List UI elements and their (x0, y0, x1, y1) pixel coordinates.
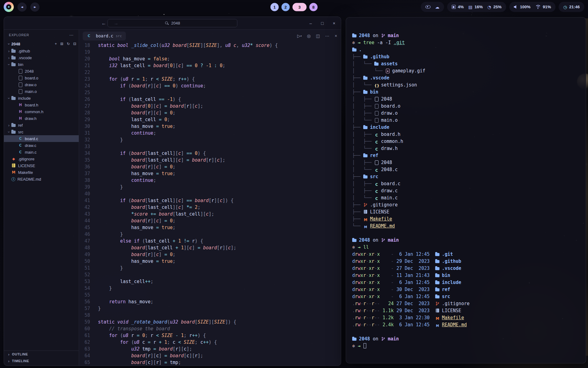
permission-char: r (363, 251, 366, 257)
permission-char: r (371, 251, 374, 257)
tree-connector: │ ├── (352, 96, 374, 102)
code-token: false (153, 56, 167, 62)
explorer-item-draw.o[interactable]: draw.o (4, 81, 79, 88)
explorer-item-draw.h[interactable]: Hdraw.h (4, 115, 79, 122)
volume-module[interactable]: 100% (514, 5, 531, 9)
collapse-all-button[interactable]: ⊟ (73, 42, 76, 46)
tree-entry-name: main.o (381, 117, 398, 123)
code-line: 63 u32 tmp = board[r][c]; (79, 346, 341, 352)
run-button[interactable]: ▷▾ (297, 33, 302, 38)
code-token: r (153, 339, 159, 345)
timeline-section[interactable]: › TIMELINE (4, 358, 79, 364)
code-token: = (164, 103, 170, 109)
code-token: _slide_col (131, 43, 159, 48)
wifi-module[interactable]: 91% (535, 5, 551, 9)
space (355, 244, 358, 250)
workspace-pill-1[interactable]: 1 (270, 3, 279, 11)
explorer-more-button[interactable]: ⋯ (69, 33, 74, 37)
code-editor[interactable]: 18static bool _slide_col(u32 board[SIZE]… (79, 42, 341, 366)
explorer-item-LICENSE[interactable]: LICENSE (4, 162, 79, 169)
code-token: ][ (209, 319, 214, 325)
code-token: < (178, 339, 184, 345)
minimize-button[interactable]: – (310, 21, 312, 26)
code-token: , (236, 43, 242, 48)
explorer-item-board.o[interactable]: board.o (4, 75, 79, 81)
permission-char: w (358, 301, 360, 306)
clock-module[interactable]: ◷ 21:46 (563, 5, 580, 10)
explorer-item-common.h[interactable]: Hcommon.h (4, 108, 79, 115)
explorer-item-main.o[interactable]: main.o (4, 88, 79, 95)
explorer-item-main.c[interactable]: Cmain.c (4, 149, 79, 155)
explorer-item-src[interactable]: ›src (4, 128, 79, 135)
code-token (98, 137, 120, 143)
explorer-item-draw.c[interactable]: Cdraw.c (4, 142, 79, 149)
skip-forward-icon: ▸▸ (34, 5, 36, 9)
terminal-window[interactable]: 2048 on main✻ → tree -a -I .git.├── .git… (346, 17, 586, 363)
workspace-pill-8[interactable]: 8 (309, 3, 318, 11)
command-center-search[interactable]: 2048 (107, 19, 237, 27)
code-token: r (148, 83, 151, 89)
workspace-switcher: 1238 (270, 3, 318, 11)
code-token: [ (145, 103, 148, 109)
explorer-item-.vscode[interactable]: ›.vscode (4, 54, 79, 61)
new-folder-button[interactable]: ⊞ (60, 42, 63, 46)
memory-module[interactable]: ▤ 16% (468, 5, 483, 10)
new-file-button[interactable]: + (55, 42, 57, 46)
nav-back-button[interactable]: ← (101, 21, 106, 26)
explorer-item-Makefile[interactable]: MMakefile (4, 169, 79, 176)
explorer-item-README.md[interactable]: iREADME.md (4, 176, 79, 182)
launcher-button[interactable] (4, 2, 14, 12)
space (394, 287, 396, 292)
code-token: ; (153, 130, 156, 136)
close-editor-button[interactable]: × (335, 33, 337, 38)
topbar-left: ◂◂ ▸▸ (4, 2, 40, 12)
c-teal-icon: C (374, 168, 379, 173)
space (394, 308, 396, 313)
media-next-button[interactable]: ▸▸ (30, 2, 40, 12)
permission-char: - (366, 280, 369, 285)
explorer-root-folder[interactable]: › 2048 +⊞↻⊟ (4, 40, 79, 48)
line-number: 32 (79, 136, 98, 143)
disk-module[interactable]: ◔ 25% (487, 5, 501, 10)
close-button[interactable]: × (333, 21, 335, 26)
code-token: bool (117, 43, 131, 48)
code-token: ] (159, 83, 164, 89)
tab-board-c[interactable]: C board.c src (83, 32, 126, 40)
permission-char: - (366, 266, 369, 271)
explorer-item-.gitignore[interactable]: ◆.gitignore (4, 155, 79, 162)
explorer-item-board.c[interactable]: Cboard.c (4, 135, 79, 142)
screen-toggle-module[interactable] (425, 5, 431, 9)
explorer-item-board.h[interactable]: Hboard.h (4, 102, 79, 108)
explorer-item-bin[interactable]: ›bin (4, 61, 79, 68)
permission-char: r (371, 308, 374, 313)
permission-char: d (352, 294, 355, 299)
split-editor-button[interactable]: ◫ (316, 33, 320, 38)
code-text: *score += board[last_cell][c]; (98, 211, 214, 217)
workspace-pill-3[interactable]: 3 (292, 3, 307, 11)
terminal-prompt: 2048 on main (352, 237, 580, 244)
c-blue-icon: C (18, 150, 23, 154)
outline-section[interactable]: › OUTLINE (4, 351, 79, 358)
maximize-button[interactable]: □ (321, 21, 323, 26)
tree-output-row: ├── LICENSE (352, 209, 580, 216)
refresh-button[interactable]: ↻ (67, 42, 70, 46)
code-token: r (178, 76, 181, 82)
wifi-value: 91% (543, 5, 551, 9)
explorer-item-ref[interactable]: ›ref (4, 122, 79, 128)
more-actions-button[interactable]: ⋯ (325, 33, 330, 38)
explorer-item-.github[interactable]: ›.github (4, 48, 79, 54)
vscode-titlebar[interactable]: ← → 2048 – □ × (4, 17, 341, 30)
permission-char: x (369, 266, 371, 271)
blank-line (352, 328, 580, 335)
code-token: score (256, 43, 270, 48)
gear-button[interactable]: ◎ (307, 33, 311, 38)
cpu-module[interactable]: 4% (452, 5, 464, 9)
explorer-item-include[interactable]: ›include (4, 95, 79, 102)
weather-module[interactable]: ☁ (435, 5, 439, 10)
media-previous-button[interactable]: ◂◂ (17, 2, 27, 12)
chevron-right-icon: › (6, 49, 11, 53)
prompt-directory: 2048 (359, 336, 370, 342)
workspace-pill-2[interactable]: 2 (281, 3, 290, 11)
code-token: u8 (134, 339, 142, 345)
explorer-item-2048[interactable]: 2048 (4, 68, 79, 75)
